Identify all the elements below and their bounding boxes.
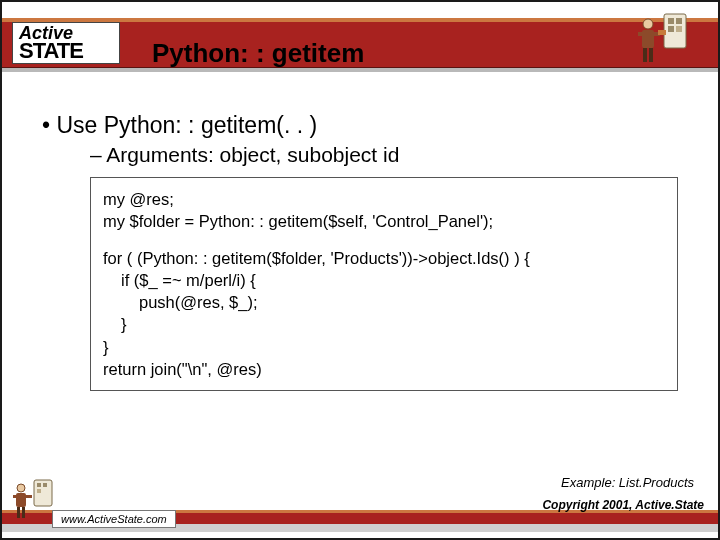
svg-rect-18 xyxy=(13,495,18,498)
code-line: return join("\n", @res) xyxy=(103,358,665,380)
svg-rect-0 xyxy=(664,14,686,48)
svg-rect-1 xyxy=(668,18,674,24)
svg-rect-20 xyxy=(17,507,20,518)
svg-rect-19 xyxy=(25,495,32,498)
svg-rect-21 xyxy=(22,507,25,518)
copyright-text: Copyright 2001, Active.State xyxy=(542,498,704,512)
code-line: push(@res, $_); xyxy=(103,291,665,313)
svg-point-5 xyxy=(643,19,653,29)
svg-rect-2 xyxy=(676,18,682,24)
bullet-sub: – Arguments: object, subobject id xyxy=(90,143,678,167)
example-label: Example: List.Products xyxy=(561,475,694,490)
code-line: } xyxy=(103,313,665,335)
person-illustration-icon xyxy=(628,10,688,70)
svg-rect-14 xyxy=(43,483,47,487)
person-small-illustration-icon xyxy=(8,478,54,524)
slide-frame: Active STATE Python: : getitem • Use Pyt… xyxy=(0,0,720,540)
svg-rect-9 xyxy=(643,48,647,62)
svg-point-16 xyxy=(17,484,25,492)
activestate-logo: Active STATE xyxy=(12,22,120,64)
header-band: Active STATE Python: : getitem xyxy=(2,18,718,72)
code-line: if ($_ =~ m/perl/i) { xyxy=(103,269,665,291)
slide-title: Python: : getitem xyxy=(152,38,364,69)
svg-rect-15 xyxy=(37,489,41,493)
svg-rect-7 xyxy=(638,32,644,36)
svg-rect-11 xyxy=(658,30,666,35)
code-line: } xyxy=(103,336,665,358)
svg-rect-10 xyxy=(649,48,653,62)
footer-url: www.ActiveState.com xyxy=(52,510,176,528)
code-box: my @res; my $folder = Python: : getitem(… xyxy=(90,177,678,391)
bullet-main: • Use Python: : getitem(. . ) xyxy=(42,112,678,139)
slide-content: • Use Python: : getitem(. . ) – Argument… xyxy=(42,102,678,391)
code-line: my @res; xyxy=(103,188,665,210)
svg-rect-13 xyxy=(37,483,41,487)
logo-text-bottom: STATE xyxy=(19,41,119,61)
svg-rect-4 xyxy=(676,26,682,32)
svg-rect-3 xyxy=(668,26,674,32)
code-line: my $folder = Python: : getitem($self, 'C… xyxy=(103,210,665,232)
code-line: for ( (Python: : getitem($folder, 'Produ… xyxy=(103,247,665,269)
